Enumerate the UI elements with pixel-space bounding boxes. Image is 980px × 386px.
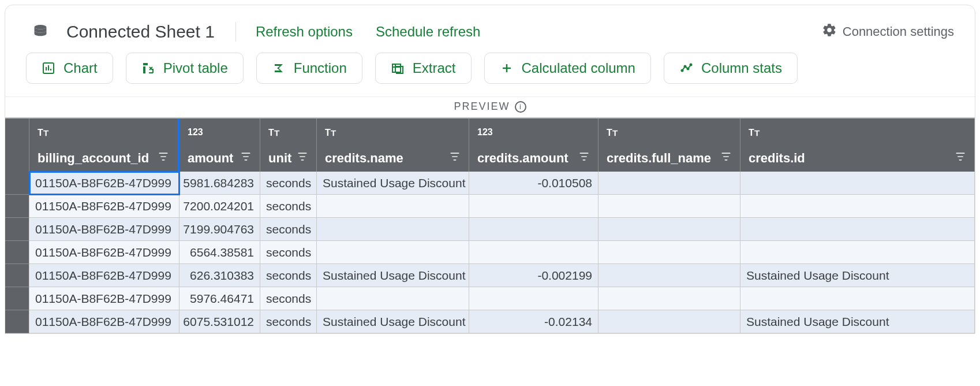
type-indicator: Tᴛ	[325, 124, 461, 140]
function-button[interactable]: Function	[256, 53, 362, 84]
cell[interactable]: 5976.46471	[179, 287, 260, 310]
cell[interactable]: -0.002199	[469, 264, 599, 287]
cell[interactable]	[317, 287, 469, 310]
row-gutter[interactable]	[5, 241, 29, 264]
column-header-credits-name[interactable]: Tᴛcredits.name	[317, 118, 469, 172]
filter-icon[interactable]	[720, 151, 732, 166]
chart-button-label: Chart	[63, 60, 98, 76]
filter-icon[interactable]	[955, 151, 966, 166]
cell[interactable]	[599, 218, 740, 241]
info-icon[interactable]: i	[515, 101, 526, 113]
cell[interactable]	[599, 172, 740, 195]
svg-rect-3	[143, 66, 145, 73]
cell[interactable]: seconds	[260, 241, 317, 264]
column-header-credits-amount[interactable]: 123credits.amount	[469, 118, 599, 172]
row-gutter[interactable]	[5, 287, 29, 310]
row-gutter[interactable]	[5, 172, 29, 195]
cell[interactable]	[740, 172, 975, 195]
cell[interactable]	[599, 195, 740, 218]
table-row: 01150A-B8F62B-47D9997199.904763seconds	[5, 218, 975, 241]
row-gutter[interactable]	[5, 310, 29, 333]
svg-rect-4	[392, 64, 401, 72]
type-indicator: Tᴛ	[607, 124, 732, 140]
cell[interactable]: 6564.38581	[179, 241, 260, 264]
cell[interactable]: 01150A-B8F62B-47D999	[29, 310, 179, 333]
cell[interactable]: 5981.684283	[179, 172, 260, 195]
cell[interactable]: 01150A-B8F62B-47D999	[29, 218, 179, 241]
cell[interactable]: 01150A-B8F62B-47D999	[29, 287, 179, 310]
cell[interactable]	[317, 195, 469, 218]
cell[interactable]	[599, 241, 740, 264]
table-row: 01150A-B8F62B-47D9996564.38581seconds	[5, 241, 975, 264]
chart-button[interactable]: Chart	[26, 53, 113, 84]
cell[interactable]: seconds	[260, 310, 317, 333]
gear-icon	[822, 23, 837, 41]
schedule-refresh-link[interactable]: Schedule refresh	[372, 21, 484, 42]
cell[interactable]	[599, 310, 740, 333]
row-gutter[interactable]	[5, 195, 29, 218]
cell[interactable]	[317, 241, 469, 264]
cell[interactable]: seconds	[260, 195, 317, 218]
cell[interactable]	[469, 287, 599, 310]
column-header-credits-full_name[interactable]: Tᴛcredits.full_name	[599, 118, 740, 172]
filter-icon[interactable]	[158, 151, 169, 166]
cell[interactable]	[317, 218, 469, 241]
column-stats-button[interactable]: Column stats	[664, 53, 798, 84]
cell[interactable]: Sustained Usage Discount	[317, 264, 469, 287]
cell[interactable]: 6075.531012	[179, 310, 260, 333]
cell[interactable]: seconds	[260, 172, 317, 195]
type-indicator: Tᴛ	[38, 124, 169, 140]
filter-icon[interactable]	[297, 151, 308, 166]
pivot-table-button[interactable]: Pivot table	[126, 53, 244, 84]
cell[interactable]: 01150A-B8F62B-47D999	[29, 195, 179, 218]
cell[interactable]	[740, 218, 975, 241]
column-header-credits-id[interactable]: Tᴛcredits.id	[740, 118, 975, 172]
type-indicator: Tᴛ	[749, 124, 966, 140]
filter-icon[interactable]	[449, 151, 461, 166]
cell[interactable]: Sustained Usage Discount	[317, 172, 469, 195]
separator	[235, 22, 236, 42]
refresh-options-link[interactable]: Refresh options	[252, 21, 356, 42]
table-row: 01150A-B8F62B-47D9996075.531012secondsSu…	[5, 310, 975, 333]
cell[interactable]: seconds	[260, 287, 317, 310]
cell[interactable]: 01150A-B8F62B-47D999	[29, 172, 179, 195]
filter-icon[interactable]	[240, 151, 252, 166]
cell[interactable]: 01150A-B8F62B-47D999	[29, 241, 179, 264]
calculated-column-button[interactable]: Calculated column	[484, 53, 651, 84]
cell[interactable]	[740, 195, 975, 218]
pivot-button-label: Pivot table	[163, 60, 228, 76]
cell[interactable]: -0.02134	[469, 310, 599, 333]
cell[interactable]	[469, 195, 599, 218]
column-header-billing_account_id[interactable]: Tᴛbilling_account_id	[29, 118, 179, 172]
row-gutter[interactable]	[5, 264, 29, 287]
extract-button[interactable]: Extract	[375, 53, 472, 84]
cell[interactable]	[740, 287, 975, 310]
cell[interactable]	[740, 241, 975, 264]
connected-sheet-panel: Connected Sheet 1 Refresh options Schedu…	[5, 5, 975, 334]
cell[interactable]: Sustained Usage Discount	[740, 264, 975, 287]
connection-settings-button[interactable]: Connection settings	[822, 23, 954, 41]
table-row: 01150A-B8F62B-47D9995981.684283secondsSu…	[5, 172, 975, 195]
cell[interactable]: 01150A-B8F62B-47D999	[29, 264, 179, 287]
cell[interactable]: 7200.024201	[179, 195, 260, 218]
cell[interactable]	[599, 264, 740, 287]
sheet-title: Connected Sheet 1	[66, 22, 215, 42]
cell[interactable]: seconds	[260, 218, 317, 241]
cell[interactable]: 7199.904763	[179, 218, 260, 241]
header-row: Tᴛbilling_account_id123amountTᴛunitTᴛcre…	[5, 118, 975, 172]
cell[interactable]: 626.310383	[179, 264, 260, 287]
cell[interactable]: -0.010508	[469, 172, 599, 195]
cell[interactable]: Sustained Usage Discount	[317, 310, 469, 333]
svg-rect-2	[143, 63, 148, 65]
filter-icon[interactable]	[578, 151, 590, 166]
cell[interactable]	[469, 218, 599, 241]
row-gutter[interactable]	[5, 218, 29, 241]
cell[interactable]	[599, 287, 740, 310]
cell[interactable]: seconds	[260, 264, 317, 287]
header: Connected Sheet 1 Refresh options Schedu…	[5, 5, 975, 53]
cell[interactable]: Sustained Usage Discount	[740, 310, 975, 333]
preview-bar: PREVIEW i	[5, 96, 975, 117]
column-header-amount[interactable]: 123amount	[179, 118, 260, 172]
column-header-unit[interactable]: Tᴛunit	[260, 118, 317, 172]
cell[interactable]	[469, 241, 599, 264]
